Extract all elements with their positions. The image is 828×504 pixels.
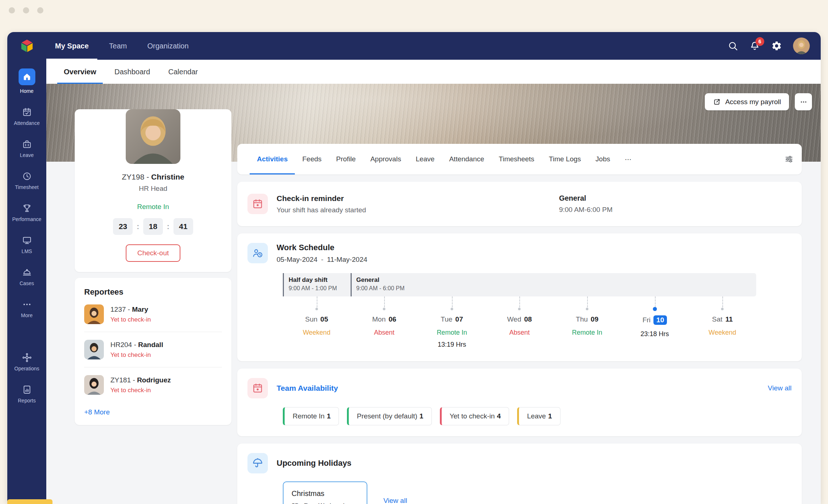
schedule-days: Sun05 Weekend Mon06 Absent — [283, 296, 756, 350]
timer-hours: 23 — [113, 218, 133, 235]
tab-activities[interactable]: Activities — [250, 144, 295, 174]
holidays-view-all-link[interactable]: View all — [383, 497, 407, 504]
reportee-status: Yet to check-in — [110, 316, 151, 323]
leave-icon — [22, 139, 32, 149]
tab-my-space[interactable]: My Space — [46, 32, 97, 60]
tab-overview[interactable]: Overview — [57, 60, 103, 84]
work-timer: 23 : 18 : 41 — [83, 218, 223, 235]
tab-approvals[interactable]: Approvals — [363, 144, 409, 174]
timer-separator: : — [137, 223, 139, 231]
sidebar-item-home[interactable]: Home — [7, 68, 46, 94]
sidebar-item-label: Cases — [20, 280, 34, 286]
holiday-card-christmas[interactable]: Christmas 25 - Dec, Wednesday — [283, 481, 367, 504]
sidebar-item-leave[interactable]: Leave — [7, 139, 46, 158]
chip-count: 1 — [419, 412, 423, 420]
sidebar-item-label: Leave — [20, 152, 34, 158]
reportees-more-link[interactable]: +8 More — [84, 408, 110, 416]
sidebar-item-performance[interactable]: Performance — [7, 203, 46, 222]
reportee-status: Yet to check-in — [110, 387, 171, 394]
settings-gear-icon[interactable] — [771, 40, 782, 51]
timer-separator: : — [167, 223, 169, 231]
window-control-dot[interactable] — [23, 7, 29, 13]
employee-role: HR Head — [83, 185, 223, 193]
shift-segment[interactable]: General 9:00 AM - 6:00 PM — [351, 273, 756, 296]
tab-timesheets[interactable]: Timesheets — [492, 144, 542, 174]
user-avatar[interactable] — [793, 38, 810, 54]
sidebar-item-label: Timesheet — [15, 184, 39, 190]
reportee-row[interactable]: 1237 - Mary Yet to check-in — [84, 297, 222, 332]
chip-present-by-default[interactable]: Present (by default) 1 — [347, 407, 431, 425]
bottom-left-accent — [7, 499, 52, 504]
check-out-button[interactable]: Check-out — [126, 244, 181, 262]
tab-time-logs[interactable]: Time Logs — [542, 144, 588, 174]
home-icon — [19, 68, 35, 85]
reportee-row[interactable]: HR204 - Randall Yet to check-in — [84, 332, 222, 367]
holidays-umbrella-icon — [247, 453, 268, 473]
reportee-status: Yet to check-in — [110, 351, 163, 359]
access-payroll-button[interactable]: Access my payroll — [705, 93, 789, 110]
chip-remote-in[interactable]: Remote In 1 — [283, 407, 339, 425]
day-status: Weekend — [303, 329, 331, 337]
chip-leave[interactable]: Leave 1 — [517, 407, 560, 425]
sidebar-item-attendance[interactable]: Attendance — [7, 107, 46, 126]
more-ellipsis-icon — [22, 299, 32, 310]
sidebar-item-lms[interactable]: LMS — [7, 235, 46, 254]
schedule-timeline: Half day shift 9:00 AM - 1:00 PM General… — [283, 273, 756, 350]
team-availability-view-all-link[interactable]: View all — [768, 384, 792, 392]
checkin-reminder-card: Check-in reminder Your shift has already… — [237, 182, 802, 226]
filter-sliders-icon[interactable] — [781, 151, 797, 168]
timeline-dash — [317, 296, 317, 307]
schedule-day-mon[interactable]: Mon06 Absent — [351, 296, 418, 350]
reportee-row[interactable]: ZY181 - Rodriguez Yet to check-in — [84, 367, 222, 402]
tab-calendar[interactable]: Calendar — [162, 60, 204, 84]
tab-dashboard[interactable]: Dashboard — [108, 60, 157, 84]
reportees-card: Reportees 1237 - Mary Yet to check-in — [75, 278, 231, 425]
sidebar-item-timesheet[interactable]: Timesheet — [7, 171, 46, 190]
timeline-dot — [518, 308, 521, 310]
banner-more-button[interactable] — [795, 93, 812, 110]
notifications-bell-icon[interactable]: 6 — [749, 40, 760, 51]
chip-yet-to-check-in[interactable]: Yet to check-in 4 — [440, 407, 509, 425]
sidebar-item-operations[interactable]: Operations — [7, 353, 46, 371]
chip-label: Remote In — [293, 412, 325, 420]
tab-attendance[interactable]: Attendance — [442, 144, 491, 174]
tabs-overflow-button[interactable]: ⋯ — [617, 144, 639, 174]
shift-time: 9:00 AM-6:00 PM — [559, 206, 613, 214]
date-range-separator: - — [321, 256, 323, 263]
schedule-day-fri-today[interactable]: Fri10 23:18 Hrs — [621, 296, 689, 350]
tab-team[interactable]: Team — [100, 32, 136, 60]
day-name: Thu — [576, 315, 588, 323]
day-name: Sun — [305, 315, 317, 323]
search-icon[interactable] — [727, 40, 738, 51]
schedule-day-sat[interactable]: Sat11 Weekend — [688, 296, 756, 350]
availability-chips: Remote In 1 Present (by default) 1 Yet t… — [283, 407, 792, 425]
shift-segment-name: General — [356, 276, 756, 284]
sidebar-item-reports[interactable]: Reports — [7, 385, 46, 403]
checkin-reminder-subtitle: Your shift has already started — [277, 206, 366, 214]
schedule-day-thu[interactable]: Thu09 Remote In — [553, 296, 621, 350]
date-range-start: 05-May-2024 — [277, 256, 317, 263]
schedule-day-tue[interactable]: Tue07 Remote In 13:19 Hrs — [418, 296, 486, 350]
tab-label: Leave — [416, 155, 435, 163]
sidebar-item-label: Home — [20, 88, 34, 94]
sidebar-item-more[interactable]: More — [7, 299, 46, 318]
chip-label: Yet to check-in — [450, 412, 495, 420]
sidebar-item-cases[interactable]: Cases — [7, 267, 46, 286]
window-control-dot[interactable] — [9, 7, 15, 13]
cases-icon — [22, 267, 32, 277]
timesheet-icon — [22, 171, 32, 181]
tab-feeds[interactable]: Feeds — [295, 144, 329, 174]
tab-profile[interactable]: Profile — [329, 144, 363, 174]
tab-organization[interactable]: Organization — [138, 32, 197, 60]
shift-segment-name: Half day shift — [289, 276, 351, 284]
sidebar: Home Attendance Leave — [7, 60, 46, 504]
tab-jobs[interactable]: Jobs — [588, 144, 617, 174]
tab-leave[interactable]: Leave — [409, 144, 442, 174]
schedule-day-wed[interactable]: Wed08 Absent — [486, 296, 554, 350]
attendance-icon — [22, 107, 32, 117]
schedule-day-sun[interactable]: Sun05 Weekend — [283, 296, 351, 350]
tab-label: Activities — [257, 155, 288, 163]
app-logo[interactable] — [7, 32, 46, 60]
shift-segment[interactable]: Half day shift 9:00 AM - 1:00 PM — [283, 273, 351, 296]
window-control-dot[interactable] — [37, 7, 43, 13]
